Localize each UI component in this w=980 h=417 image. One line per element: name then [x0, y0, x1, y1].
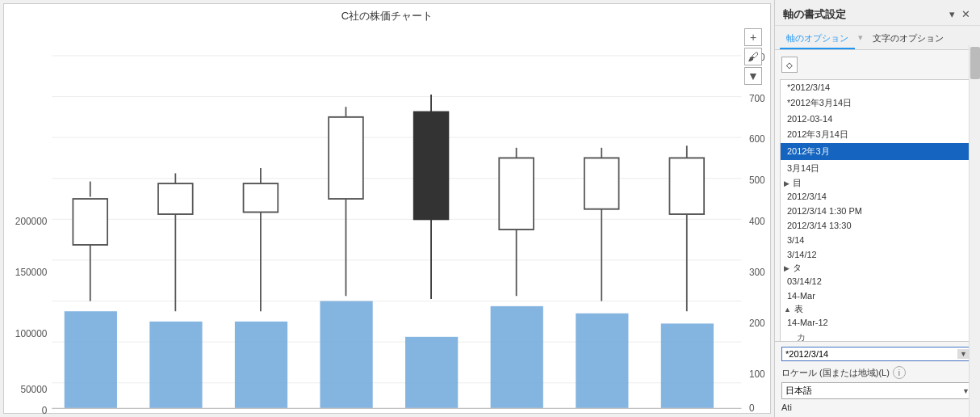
- svg-text:300: 300: [749, 267, 765, 278]
- right-panel: 軸の書式設定 ▾ ✕ 軸のオプション ▾ 文字のオプション ◇ *2012/3/…: [774, 0, 980, 417]
- current-format-arrow[interactable]: ▼: [957, 349, 970, 359]
- locale-dropdown[interactable]: 日本語 ▼: [781, 382, 974, 399]
- scrollbar-thumb[interactable]: [970, 47, 980, 79]
- section-label-T: タ: [793, 262, 802, 274]
- section-row-H: ▲ 表: [781, 303, 974, 315]
- svg-text:0: 0: [42, 404, 48, 415]
- svg-text:200: 200: [749, 318, 765, 329]
- format-option-12[interactable]: 03/14/12: [781, 274, 974, 289]
- filter-button[interactable]: ▼: [744, 67, 762, 85]
- section-arrow-T: ▶: [781, 264, 793, 272]
- current-format-value: *2012/3/14: [785, 349, 957, 359]
- property-icon-1[interactable]: ◇: [781, 57, 798, 73]
- chart-svg: 200000 150000 100000 50000 0 900 700 600…: [4, 25, 770, 417]
- format-option-13[interactable]: 14-Mar: [781, 289, 974, 303]
- scrollbar[interactable]: [969, 45, 980, 417]
- panel-collapse-icon[interactable]: ▾: [948, 6, 957, 22]
- format-option-14[interactable]: 14-Mar-12: [781, 315, 974, 330]
- section-label-H: 表: [794, 303, 803, 315]
- svg-text:200000: 200000: [15, 215, 48, 226]
- chart-toolbar: + 🖌 ▼: [744, 28, 762, 85]
- svg-rect-26: [320, 301, 372, 409]
- svg-text:150000: 150000: [15, 267, 48, 278]
- panel-header-icons: ▾ ✕: [948, 6, 972, 22]
- format-option-1[interactable]: *2012/3/14: [781, 80, 974, 95]
- locale-label: ロケール (国または地域)(L): [781, 367, 890, 379]
- svg-text:500: 500: [749, 175, 765, 186]
- svg-rect-37: [244, 183, 279, 212]
- add-element-button[interactable]: +: [744, 28, 762, 46]
- svg-rect-23: [65, 311, 117, 408]
- svg-rect-43: [499, 158, 534, 230]
- svg-rect-41: [414, 112, 449, 220]
- svg-rect-25: [235, 322, 287, 409]
- section-row-T: ▶ タ: [781, 262, 974, 274]
- format-option-10[interactable]: 3/14: [781, 233, 974, 247]
- svg-rect-32: [73, 199, 107, 245]
- format-option-9[interactable]: 2012/3/14 13:30: [781, 218, 974, 233]
- tab-axis-options[interactable]: 軸のオプション: [780, 29, 855, 49]
- format-option-8[interactable]: 2012/3/14 1:30 PM: [781, 204, 974, 218]
- format-dropdown-list[interactable]: *2012/3/14 *2012年3月14日 2012-03-14 2012年3…: [780, 79, 975, 341]
- tab-separator: ▾: [855, 29, 866, 49]
- svg-text:100: 100: [749, 369, 765, 380]
- panel-header: 軸の書式設定 ▾ ✕: [775, 0, 980, 26]
- locale-value: 日本語: [785, 385, 812, 397]
- paint-button[interactable]: 🖌: [744, 48, 762, 65]
- svg-rect-27: [405, 337, 458, 409]
- svg-text:50000: 50000: [20, 384, 47, 395]
- svg-text:100000: 100000: [15, 327, 48, 339]
- format-option-6[interactable]: 3月14日: [781, 160, 974, 177]
- svg-rect-30: [661, 323, 714, 408]
- format-option-2[interactable]: *2012年3月14日: [781, 95, 974, 112]
- chart-title: C社の株価チャート: [4, 4, 770, 25]
- locale-info-icon[interactable]: i: [893, 366, 906, 379]
- svg-text:600: 600: [749, 133, 765, 145]
- panel-body[interactable]: ◇ *2012/3/14 *2012年3月14日 2012-03-14 2012…: [775, 50, 980, 341]
- format-option-3[interactable]: 2012-03-14: [781, 112, 974, 126]
- format-option-7[interactable]: 2012/3/14: [781, 189, 974, 204]
- section-label-B: 目: [793, 177, 802, 189]
- panel-title: 軸の書式設定: [783, 7, 846, 22]
- svg-text:0: 0: [749, 402, 755, 414]
- svg-text:400: 400: [749, 215, 765, 226]
- section-arrow-H: ▲: [781, 305, 794, 314]
- section-arrow-B: ▶: [781, 179, 793, 187]
- panel-close-icon[interactable]: ✕: [960, 6, 972, 22]
- svg-rect-45: [584, 158, 619, 208]
- panel-footer: *2012/3/14 ▼ ロケール (国または地域)(L) i 日本語 ▼ At…: [775, 341, 980, 417]
- locale-row: ロケール (国または地域)(L) i: [781, 366, 974, 379]
- section-row-B: ▶ 目: [781, 177, 974, 189]
- svg-rect-29: [576, 314, 628, 409]
- ati-label: Ati: [781, 402, 974, 412]
- current-format-dropdown[interactable]: *2012/3/14 ▼: [781, 347, 974, 361]
- svg-rect-47: [669, 158, 704, 214]
- format-option-4[interactable]: 2012年3月14日: [781, 126, 974, 143]
- sub-item-ka: カ: [781, 330, 974, 341]
- chart-container: C社の株価チャート + 🖌 ▼ 200000 150000 100000 500…: [3, 3, 771, 414]
- format-option-11[interactable]: 3/14/12: [781, 247, 974, 262]
- property-icons-row: ◇: [775, 53, 980, 76]
- svg-rect-35: [158, 183, 193, 214]
- format-option-5[interactable]: 2012年3月: [781, 143, 974, 160]
- panel-tabs: 軸のオプション ▾ 文字のオプション: [775, 26, 980, 50]
- svg-rect-24: [149, 322, 202, 409]
- svg-rect-39: [329, 117, 363, 199]
- svg-text:700: 700: [749, 93, 765, 104]
- tab-text-options[interactable]: 文字のオプション: [866, 29, 950, 49]
- svg-rect-28: [491, 306, 543, 409]
